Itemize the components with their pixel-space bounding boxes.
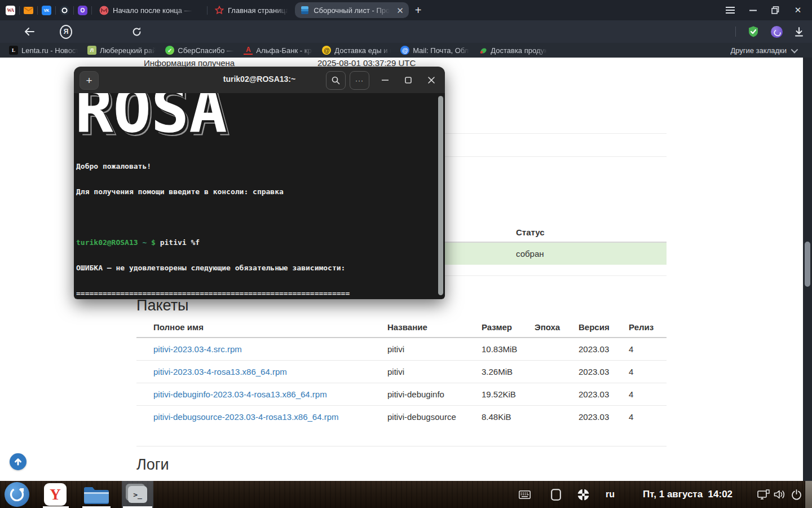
pinned-tab-o[interactable]: O	[78, 6, 87, 15]
terminal-line-blank	[76, 213, 350, 221]
bookmark-lubertsy[interactable]: Л Люберецкий рай	[87, 46, 156, 55]
terminal-output: Добро пожаловать! Для получения помощи в…	[76, 145, 350, 299]
browser-close-icon[interactable]: ✕	[793, 5, 803, 15]
keyboard-icon	[519, 491, 531, 499]
package-link[interactable]: pitivi-debugsource-2023.03-4-rosa13.x86_…	[153, 412, 339, 422]
terminal-minimize-icon[interactable]	[378, 73, 392, 87]
status-badge: собран	[516, 249, 544, 259]
terminal-titlebar[interactable]: + turik02@ROSA13:~ ···	[74, 67, 445, 93]
package-link[interactable]: pitivi-debuginfo-2023.03-4-rosa13.x86_64…	[153, 389, 327, 399]
bookmark-label: СберСпасибо — С	[178, 46, 235, 55]
food-delivery-icon: @	[322, 46, 331, 55]
bookmark-sberspasibo[interactable]: ✓ СберСпасибо — С	[165, 46, 235, 55]
terminal-maximize-icon[interactable]	[401, 73, 415, 87]
new-tab-button[interactable]: +	[411, 3, 426, 17]
terminal-menu-button[interactable]: ···	[350, 71, 369, 90]
back-button[interactable]	[23, 25, 36, 38]
col-version: Версия	[579, 317, 629, 338]
alfa-icon: А	[244, 46, 253, 55]
table-row: pitivi-debuginfo-2023.03-4-rosa13.x86_64…	[136, 383, 667, 406]
app-launcher-button[interactable]	[5, 482, 29, 507]
tray-keyboard-button[interactable]	[519, 481, 531, 508]
packages-heading: Пакеты	[136, 297, 188, 314]
o-icon: O	[81, 7, 85, 14]
tab-home[interactable]: Главная страница	[211, 0, 293, 20]
tray-network-button[interactable]	[757, 481, 770, 508]
clock[interactable]: Пт, 1 августа 14:02	[643, 481, 732, 508]
tab-active-abf[interactable]: Сборочный лист - Про ✕	[295, 2, 409, 18]
status-column-header: Статус	[516, 227, 545, 237]
tray-power-button[interactable]	[791, 481, 802, 508]
terminal-error-line: ОШИБКА — не удовлетворены следующие обяз…	[76, 264, 350, 272]
bookmarks-bar: L Lenta.ru - Новости Л Люберецкий рай ✓ …	[0, 43, 812, 58]
bookmark-mail[interactable]: @ Mail: Почта, Обла	[400, 46, 470, 55]
bookmark-lenta[interactable]: L Lenta.ru - Новости	[9, 46, 78, 55]
package-link[interactable]: pitivi-2023.03-4-rosa13.x86_64.rpm	[153, 367, 287, 376]
language-indicator[interactable]: ru	[606, 481, 615, 508]
desktop: WA VK O Начало после конца — см Главная …	[0, 0, 812, 508]
yandex-button[interactable]: Я	[60, 25, 72, 38]
col-epoch: Эпоха	[535, 317, 579, 338]
tray-clipboard-button[interactable]	[551, 481, 561, 508]
tray-updates-button[interactable]	[577, 481, 589, 508]
terminal-prompt-line: turik02@ROSA13 ~ $ pitivi %f	[76, 238, 350, 247]
page-scrollbar-thumb[interactable]	[805, 242, 810, 287]
scroll-to-top-button[interactable]	[10, 453, 27, 470]
bookmark-label: Lenta.ru - Новости	[21, 46, 78, 55]
folder-icon	[82, 484, 111, 506]
page-scrollbar[interactable]	[803, 58, 812, 481]
terminal-search-button[interactable]	[326, 71, 346, 90]
show-desktop-button[interactable]	[805, 481, 812, 508]
section-divider	[136, 446, 667, 446]
pinned-tab-mail[interactable]	[24, 6, 33, 15]
rosa-launcher-icon	[7, 485, 27, 504]
pinned-tab-wa[interactable]: WA	[6, 6, 15, 15]
tab-metro[interactable]: Начало после конца — см	[96, 0, 203, 20]
col-release: Релиз	[629, 317, 667, 338]
reload-icon	[131, 27, 142, 37]
browser-tab-bar: WA VK O Начало после конца — см Главная …	[0, 0, 812, 20]
tab-close-icon[interactable]: ✕	[396, 6, 404, 15]
bookmark-grocery[interactable]: Доставка продук	[479, 46, 547, 55]
sber-check-icon: ✓	[165, 46, 174, 55]
browser-window-controls: ✕	[725, 5, 812, 15]
terminal-screen[interactable]: ROSA Добро пожаловать! Для получения пом…	[74, 93, 445, 299]
reload-button[interactable]	[130, 25, 143, 38]
toolbar-extensions	[735, 20, 812, 43]
packages-table: Полное имя Название Размер Эпоха Версия …	[136, 317, 667, 428]
browser-toolbar: Я abf.io Сборочный лист - Проект import/…	[0, 20, 812, 43]
bookmark-label: Альфа-Банк - кре	[256, 46, 313, 55]
taskbar-terminal[interactable]: >_	[122, 481, 153, 508]
package-link[interactable]: pitivi-2023.03-4.src.rpm	[153, 344, 242, 354]
clipboard-icon	[551, 489, 561, 501]
rosa-ascii-logo: ROSA	[75, 93, 227, 141]
taskbar-file-manager[interactable]	[82, 484, 111, 506]
protect-shield-icon[interactable]	[747, 25, 760, 38]
terminal-app-icon: >_	[128, 486, 147, 503]
tray-volume-button[interactable]	[774, 481, 786, 508]
power-icon	[791, 489, 802, 500]
other-bookmarks-button[interactable]: Другие закладки	[730, 46, 796, 55]
pinned-tab-vk[interactable]: VK	[42, 6, 51, 15]
pinned-tab-circle[interactable]	[60, 6, 69, 15]
terminal-scrollbar[interactable]	[438, 96, 443, 295]
bookmark-alfabank[interactable]: А Альфа-Банк - кре	[244, 46, 313, 55]
taskbar-yandex-browser[interactable]: Y	[44, 483, 67, 506]
bookmark-label: Доставка продук	[491, 46, 547, 55]
terminal-close-icon[interactable]	[425, 73, 438, 87]
download-icon[interactable]	[794, 27, 804, 37]
col-full-name: Полное имя	[136, 317, 387, 338]
table-row: pitivi-debugsource-2023.03-4-rosa13.x86_…	[136, 406, 667, 428]
lubertsy-icon: Л	[87, 46, 96, 55]
chevron-down-icon	[791, 46, 798, 53]
search-icon	[332, 76, 340, 85]
terminal-window[interactable]: + turik02@ROSA13:~ ··· ROSA Добро пожало…	[74, 67, 445, 299]
bookmark-food-delivery[interactable]: @ Доставка еды и п	[322, 46, 391, 55]
terminal-line: Для получения помощи введите в консоли: …	[76, 187, 350, 196]
tab-separator	[19, 6, 20, 15]
tab-title: Главная страница	[228, 6, 289, 15]
browser-menu-icon[interactable]	[725, 5, 735, 15]
browser-maximize-icon[interactable]	[770, 5, 780, 15]
alice-extension-icon[interactable]	[771, 26, 783, 38]
browser-minimize-icon[interactable]	[748, 5, 758, 15]
